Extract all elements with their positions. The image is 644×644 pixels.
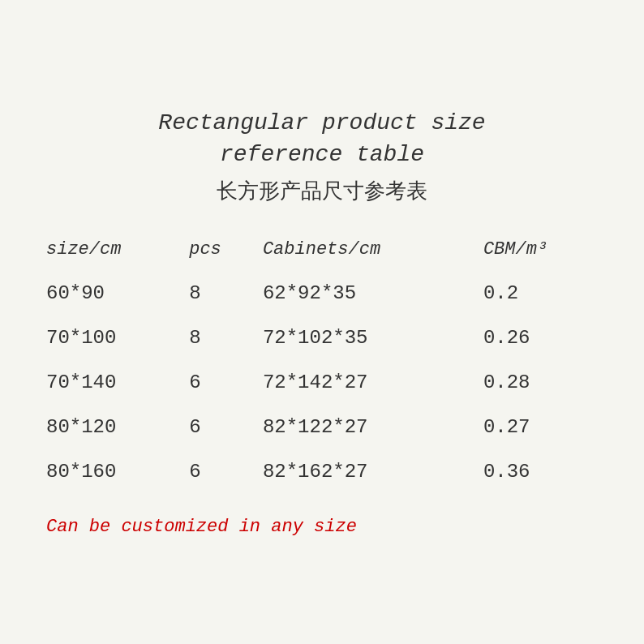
cell-pcs: 8 [181,316,255,360]
title-english: Rectangular product size reference table [46,107,598,170]
cell-cbm: 0.28 [475,360,598,405]
header-cabinets: Cabinets/cm [255,234,475,271]
cell-cabinets: 62*92*35 [255,271,475,316]
table-row: 60*90862*92*350.2 [46,271,598,316]
header-pcs: pcs [181,234,255,271]
header-cbm: CBM/m³ [475,234,598,271]
cell-size: 80*160 [46,449,181,494]
cell-size: 60*90 [46,271,181,316]
cell-cbm: 0.26 [475,316,598,360]
cell-pcs: 8 [181,271,255,316]
cell-cbm: 0.27 [475,405,598,449]
cell-cbm: 0.36 [475,449,598,494]
table-row: 70*140672*142*270.28 [46,360,598,405]
cell-cbm: 0.2 [475,271,598,316]
table-row: 70*100872*102*350.26 [46,316,598,360]
header-size: size/cm [46,234,181,271]
title-chinese: 长方形产品尺寸参考表 [46,177,598,205]
cell-size: 70*140 [46,360,181,405]
cell-pcs: 6 [181,360,255,405]
cell-size: 80*120 [46,405,181,449]
cell-size: 70*100 [46,316,181,360]
cell-cabinets: 72*102*35 [255,316,475,360]
cell-pcs: 6 [181,449,255,494]
cell-cabinets: 82*162*27 [255,449,475,494]
cell-cabinets: 72*142*27 [255,360,475,405]
table-row: 80*120682*122*270.27 [46,405,598,449]
main-container: Rectangular product size reference table… [14,83,630,561]
size-reference-table: size/cm pcs Cabinets/cm CBM/m³ 60*90862*… [46,234,598,494]
customization-note: Can be customized in any size [46,517,598,537]
cell-pcs: 6 [181,405,255,449]
table-row: 80*160682*162*270.36 [46,449,598,494]
cell-cabinets: 82*122*27 [255,405,475,449]
